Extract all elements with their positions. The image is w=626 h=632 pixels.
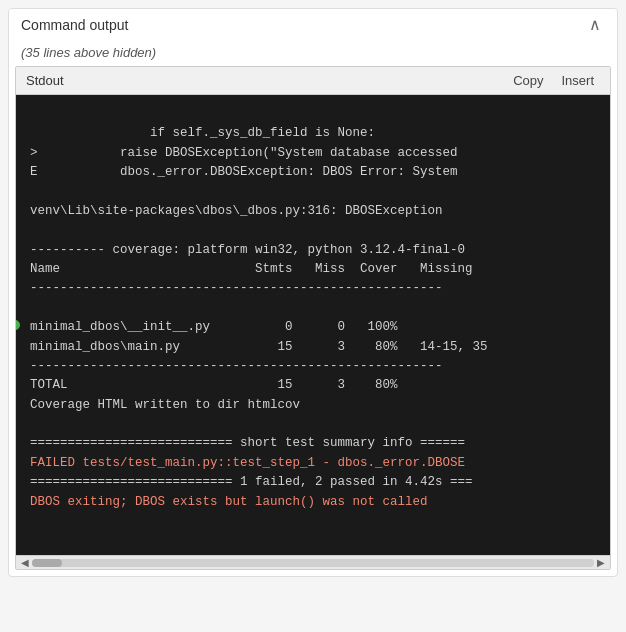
scroll-left-arrow[interactable]: ◀ [18, 557, 32, 568]
hidden-lines-text: (35 lines above hidden) [9, 41, 617, 66]
terminal-line: ---------- coverage: platform win32, pyt… [30, 243, 465, 257]
terminal-line: ----------------------------------------… [30, 359, 443, 373]
terminal-line: ----------------------------------------… [30, 281, 443, 295]
scroll-right-arrow[interactable]: ▶ [594, 557, 608, 568]
scroll-thumb[interactable] [32, 559, 62, 567]
terminal-line: minimal_dbos\__init__.py 0 0 100% [30, 320, 398, 334]
stdout-label: Stdout [26, 73, 64, 88]
command-output-panel: Command output ∧ (35 lines above hidden)… [8, 8, 618, 577]
terminal-line: TOTAL 15 3 80% [30, 378, 398, 392]
terminal-line: =========================== 1 failed, 2 … [30, 475, 473, 489]
terminal-output: if self._sys_db_field is None: > raise D… [16, 95, 610, 555]
terminal-line: FAILED tests/test_main.py::test_step_1 -… [30, 456, 465, 470]
panel-header: Command output ∧ [9, 9, 617, 41]
terminal-line: if self._sys_db_field is None: [90, 126, 375, 140]
insert-button[interactable]: Insert [555, 71, 600, 90]
terminal-line: Name Stmts Miss Cover Missing [30, 262, 473, 276]
terminal-line: =========================== short test s… [30, 436, 465, 450]
horizontal-scrollbar[interactable]: ◀ ▶ [16, 555, 610, 569]
terminal-wrapper: Stdout Copy Insert if self._sys_db_field… [15, 66, 611, 570]
terminal-line: Coverage HTML written to dir htmlcov [30, 398, 300, 412]
terminal-line: > raise DBOSException("System database a… [30, 146, 458, 160]
collapse-button[interactable]: ∧ [585, 15, 605, 35]
scroll-track[interactable] [32, 559, 594, 567]
terminal-line: DBOS exiting; DBOS exists but launch() w… [30, 495, 428, 509]
terminal-line: E dbos._error.DBOSException: DBOS Error:… [30, 165, 458, 179]
terminal-toolbar: Stdout Copy Insert [16, 67, 610, 95]
terminal-area: if self._sys_db_field is None: > raise D… [16, 95, 610, 555]
panel-title: Command output [21, 17, 128, 33]
terminal-line: venv\Lib\site-packages\dbos\_dbos.py:316… [30, 204, 443, 218]
terminal-line: minimal_dbos\main.py 15 3 80% 14-15, 35 [30, 340, 488, 354]
copy-button[interactable]: Copy [507, 71, 549, 90]
toolbar-buttons: Copy Insert [507, 71, 600, 90]
